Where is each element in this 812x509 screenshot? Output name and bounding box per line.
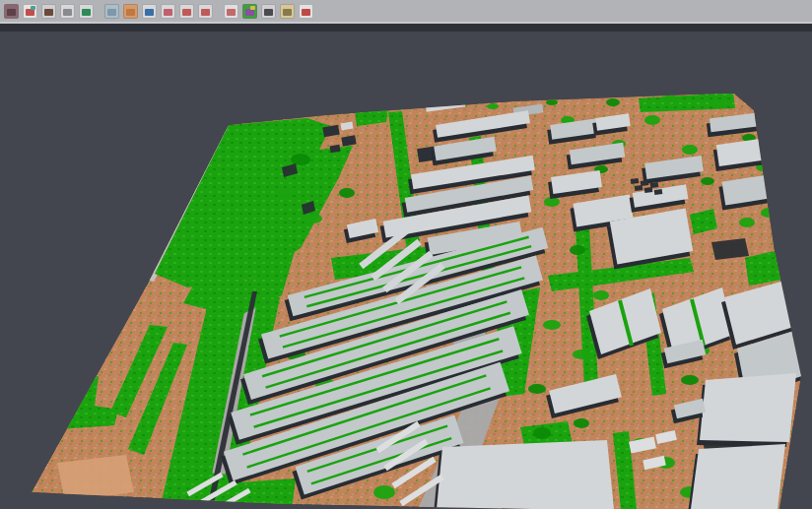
icon-points-pale-glyph: [63, 9, 72, 16]
icon-grid-checker-red-glyph: [227, 9, 236, 16]
terrain-model: [0, 32, 812, 509]
icon-point-cloud-maroon-glyph: [7, 9, 16, 16]
toolbar-group-separator: [96, 2, 102, 20]
icon-align-points-red-teal[interactable]: [23, 4, 37, 19]
application-window: [0, 0, 812, 509]
toolbar-group-separator: [215, 2, 222, 20]
icon-column-blue[interactable]: [104, 4, 119, 19]
icon-selection-brackets-red-glyph: [201, 9, 210, 16]
icon-mesh-brown-mound-glyph: [44, 9, 53, 16]
icon-selection-brackets-red[interactable]: [198, 4, 213, 19]
icon-classification-colormap[interactable]: [242, 4, 257, 19]
icon-ring-red[interactable]: [179, 4, 194, 19]
icon-mesh-brown-mound[interactable]: [41, 4, 56, 19]
icon-align-points-red-teal-glyph2: [31, 6, 35, 10]
icon-globe-blue[interactable]: [142, 4, 157, 19]
icon-grid-checker-red[interactable]: [224, 4, 238, 19]
icon-ortho-orange-glyph: [126, 9, 135, 16]
icon-globe-blue-glyph: [145, 9, 154, 16]
icon-camera-dark[interactable]: [261, 4, 276, 19]
toolbar-icon-group: [2, 2, 315, 20]
icon-camera-dark-glyph: [264, 9, 273, 16]
icon-map-khaki-glyph: [283, 9, 292, 16]
icon-flag-red[interactable]: [299, 4, 313, 19]
icon-ring-red-glyph: [182, 9, 191, 16]
icon-points-pale[interactable]: [60, 4, 75, 19]
icon-align-points-red-teal-glyph: [26, 9, 34, 16]
icon-terrain-green-mound[interactable]: [79, 4, 94, 19]
toolbar-viewport-divider: [0, 24, 812, 32]
icon-flag-red-glyph: [302, 9, 310, 16]
icon-column-blue-glyph: [107, 9, 116, 16]
icon-layers-red[interactable]: [161, 4, 175, 19]
icon-classification-colormap-glyph: [245, 9, 254, 16]
icon-ortho-orange[interactable]: [123, 4, 138, 19]
icon-layers-red-glyph: [164, 9, 172, 16]
icon-classification-colormap-glyph2: [250, 6, 255, 10]
viewport-3d[interactable]: [0, 32, 812, 509]
icon-terrain-green-mound-glyph: [82, 9, 91, 16]
icon-map-khaki[interactable]: [280, 4, 295, 19]
toolbar: [0, 0, 812, 24]
icon-point-cloud-maroon[interactable]: [4, 4, 19, 19]
viewport-3d-scene[interactable]: [0, 32, 812, 509]
